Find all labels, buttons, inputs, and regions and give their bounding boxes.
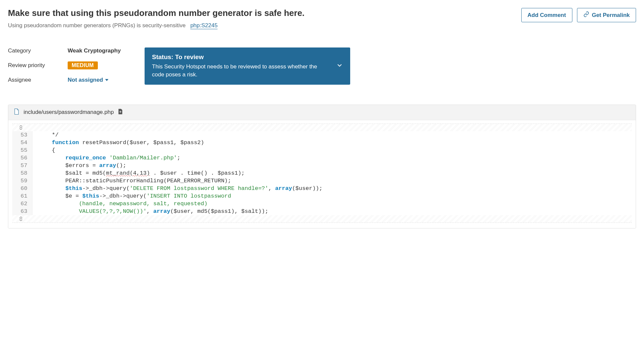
line-content: require_once 'Damblan/Mailer.php';: [32, 154, 632, 162]
line-content: VALUES(?,?,?,NOW())', array($user, md5($…: [32, 208, 632, 215]
category-value: Weak Cryptography: [68, 47, 121, 54]
code-line: 54 function resetPassword($user, $pass1,…: [12, 139, 632, 146]
code-line: 62 (handle, newpassword, salt, requested…: [12, 200, 632, 208]
open-file-icon[interactable]: [118, 109, 123, 116]
line-number: 62: [12, 200, 32, 208]
line-number: 57: [12, 162, 32, 169]
line-number: 56: [12, 154, 32, 162]
get-permalink-label: Get Permalink: [592, 12, 630, 19]
line-number: 60: [12, 185, 32, 192]
line-number: 53: [12, 131, 32, 139]
line-content: $this->_dbh->query('DELETE FROM lostpass…: [32, 185, 632, 192]
issue-title: Make sure that using this pseudorandom n…: [8, 8, 304, 18]
code-table: 53 */54 function resetPassword($user, $p…: [12, 131, 632, 215]
code-line: 57 $errors = array();: [12, 162, 632, 169]
status-panel[interactable]: Status: To review This Security Hotspot …: [145, 47, 350, 85]
file-path: include/users/passwordmanage.php: [24, 109, 114, 116]
get-permalink-button[interactable]: Get Permalink: [577, 8, 636, 22]
priority-label: Review priority: [8, 62, 68, 69]
line-number: 61: [12, 192, 32, 200]
issue-subtitle: Using pseudorandom number generators (PR…: [8, 22, 186, 29]
line-number: 59: [12, 177, 32, 185]
category-label: Category: [8, 47, 68, 54]
code-line: 56 require_once 'Damblan/Mailer.php';: [12, 154, 632, 162]
status-description: This Security Hotspot needs to be review…: [152, 63, 330, 79]
line-content: $errors = array();: [32, 162, 632, 169]
line-content: */: [32, 131, 632, 139]
expand-below-handle[interactable]: [12, 215, 632, 222]
link-icon: [583, 11, 589, 19]
line-number: 63: [12, 208, 32, 215]
chevron-down-icon: [336, 62, 343, 70]
line-content: function resetPassword($user, $pass1, $p…: [32, 139, 632, 146]
add-comment-button[interactable]: Add Comment: [521, 8, 572, 22]
assignee-value: Not assigned: [68, 77, 103, 83]
line-content: $salt = md5(mt_rand(4,13) . $user . time…: [32, 169, 632, 177]
add-comment-label: Add Comment: [528, 12, 566, 19]
priority-badge: MEDIUM: [68, 61, 98, 69]
status-title: Status: To review: [152, 53, 330, 61]
code-line: 55 {: [12, 146, 632, 154]
line-content: $e = $this->_dbh->query('INSERT INTO los…: [32, 192, 632, 200]
line-number: 58: [12, 169, 32, 177]
assignee-label: Assignee: [8, 77, 68, 83]
code-line: 60 $this->_dbh->query('DELETE FROM lostp…: [12, 185, 632, 192]
code-line: 53 */: [12, 131, 632, 139]
code-header: include/users/passwordmanage.php: [8, 105, 636, 120]
code-line: 58 $salt = md5(mt_rand(4,13) . $user . t…: [12, 169, 632, 177]
line-content: {: [32, 146, 632, 154]
line-content: (handle, newpassword, salt, requested): [32, 200, 632, 208]
assignee-dropdown[interactable]: Not assigned: [68, 77, 121, 83]
file-icon: [14, 108, 20, 117]
line-content: PEAR::staticPushErrorHandling(PEAR_ERROR…: [32, 177, 632, 185]
code-line: 63 VALUES(?,?,?,NOW())', array($user, md…: [12, 208, 632, 215]
line-number: 55: [12, 146, 32, 154]
line-number: 54: [12, 139, 32, 146]
code-line: 59 PEAR::staticPushErrorHandling(PEAR_ER…: [12, 177, 632, 185]
code-panel: include/users/passwordmanage.php 53 */54…: [8, 105, 636, 228]
rule-link[interactable]: php:S2245: [190, 22, 218, 29]
chevron-down-icon: [105, 79, 108, 81]
expand-above-handle[interactable]: [12, 124, 632, 131]
code-line: 61 $e = $this->_dbh->query('INSERT INTO …: [12, 192, 632, 200]
